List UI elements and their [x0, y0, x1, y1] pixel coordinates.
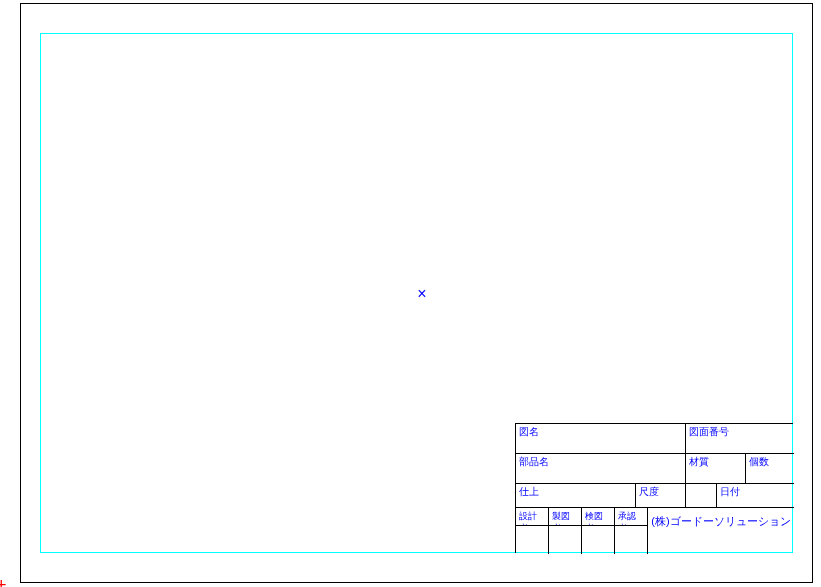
field-count: 個数 [746, 454, 794, 484]
label-drafter: 製図者 [552, 511, 570, 526]
field-approver: 承認者 [615, 508, 648, 526]
sign-box-designer [516, 526, 549, 554]
label-designer: 設計者 [519, 511, 537, 526]
label-drawing-number: 図面番号 [689, 426, 729, 437]
field-drawing-name: 図名 [516, 424, 686, 454]
field-designer: 設計者 [516, 508, 549, 526]
sign-box-approver [615, 526, 648, 554]
field-material: 材質 [686, 454, 746, 484]
spacer-cell [686, 484, 716, 508]
company-name: (株)ゴードーソリューション [651, 515, 790, 527]
field-finish: 仕上 [516, 484, 636, 508]
field-scale: 尺度 [636, 484, 686, 508]
title-block: 図名 図面番号 部品名 材質 個数 仕上 尺度 日付 設計者 製図者 検図者 承… [515, 423, 793, 553]
label-finish: 仕上 [519, 486, 539, 497]
field-checker: 検図者 [582, 508, 615, 526]
sign-box-drafter [549, 526, 582, 554]
label-part-name: 部品名 [519, 456, 549, 467]
field-drafter: 製図者 [549, 508, 582, 526]
field-drawing-number: 図面番号 [686, 424, 794, 454]
label-checker: 検図者 [585, 511, 603, 526]
label-drawing-name: 図名 [519, 426, 539, 437]
sign-box-checker [582, 526, 615, 554]
label-approver: 承認者 [618, 511, 636, 526]
field-date: 日付 [716, 484, 794, 508]
company-cell: (株)ゴードーソリューション [648, 508, 794, 554]
center-cross-mark: × [414, 286, 430, 302]
label-material: 材質 [689, 456, 709, 467]
origin-cross-mark: + [0, 576, 7, 587]
label-count: 個数 [749, 456, 769, 467]
field-part-name: 部品名 [516, 454, 686, 484]
label-scale: 尺度 [639, 486, 659, 497]
label-date: 日付 [720, 486, 740, 497]
